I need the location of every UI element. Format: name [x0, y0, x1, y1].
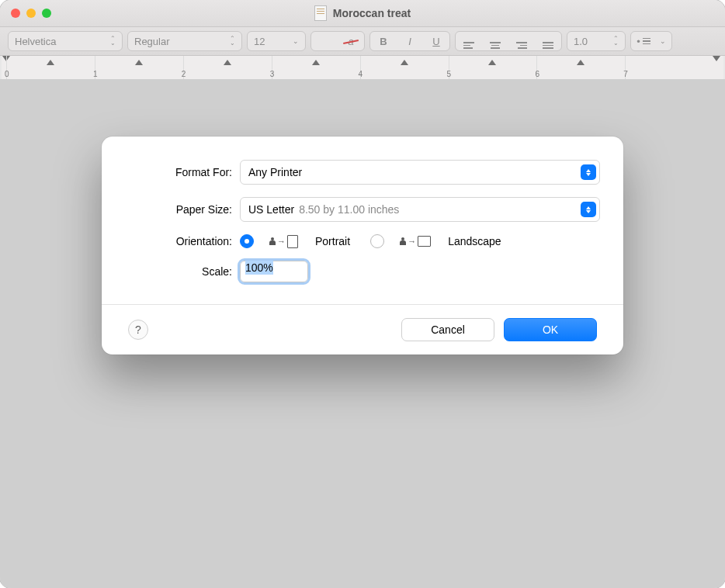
text-color-controls: a [310, 31, 365, 51]
scale-label: Scale: [125, 265, 240, 278]
font-family-popup[interactable]: Helvetica [8, 31, 123, 51]
ruler[interactable]: 01234567 [2, 56, 723, 81]
align-left-icon [463, 42, 474, 49]
align-justify-icon [543, 42, 553, 49]
alignment-controls [455, 31, 562, 51]
dialog-footer: ? Cancel OK [125, 305, 600, 355]
ok-button[interactable]: OK [504, 318, 597, 341]
line-spacing-popup[interactable]: 1.0 [567, 31, 626, 51]
font-family-value: Helvetica [15, 36, 56, 47]
orientation-label: Orientation: [125, 235, 240, 247]
cancel-button[interactable]: Cancel [401, 318, 494, 341]
page-setup-dialog: Format For: Any Printer Paper Size: US L… [102, 137, 623, 355]
paper-size-popup[interactable]: US Letter 8.50 by 11.00 inches [240, 197, 600, 222]
chevron-down-icon: ⌄ [293, 37, 299, 45]
ruler-label: 0 [5, 70, 9, 78]
align-center-button[interactable] [485, 34, 505, 49]
ruler-label: 5 [447, 70, 452, 78]
align-center-icon [490, 42, 501, 49]
font-size-combo[interactable]: 12 ⌄ [247, 31, 306, 51]
ruler-label: 7 [623, 70, 628, 78]
paper-size-label: Paper Size: [125, 203, 240, 216]
align-left-button[interactable] [459, 34, 479, 49]
updown-icon [613, 36, 619, 46]
bullet-list-icon [637, 36, 650, 47]
orientation-group: → Portrait → Landscape [240, 234, 600, 248]
list-style-popup[interactable]: ⌄ [630, 31, 672, 51]
italic-button[interactable]: I [400, 36, 420, 47]
tab-stop-marker[interactable] [488, 60, 496, 65]
line-spacing-value: 1.0 [574, 36, 588, 47]
underline-button[interactable]: U [426, 36, 446, 47]
tab-stop-marker[interactable] [47, 60, 54, 65]
landscape-radio[interactable] [370, 234, 384, 248]
tab-stop-marker[interactable] [135, 60, 143, 65]
tab-stop-marker[interactable] [577, 60, 585, 65]
tab-stop-marker[interactable] [224, 60, 231, 65]
font-style-value: Regular [134, 36, 170, 47]
bold-button[interactable]: B [373, 36, 394, 47]
landscape-icon: → [400, 236, 431, 247]
window-title-text: Moroccan treat [333, 7, 411, 19]
paper-size-value: US Letter [248, 203, 294, 216]
scale-value: 100% [245, 261, 273, 275]
format-for-value: Any Printer [248, 166, 302, 178]
chevron-down-icon: ⌄ [660, 37, 666, 45]
ruler-label: 1 [93, 70, 98, 78]
updown-icon [110, 36, 116, 46]
format-for-popup[interactable]: Any Printer [240, 160, 600, 185]
portrait-label: Portrait [315, 235, 350, 247]
font-weight-controls: B I U [369, 31, 450, 51]
ruler-label: 4 [359, 70, 363, 78]
help-button[interactable]: ? [128, 320, 148, 340]
format-for-label: Format For: [125, 166, 240, 178]
paper-size-dimensions: 8.50 by 11.00 inches [299, 203, 399, 216]
portrait-radio[interactable] [240, 234, 254, 248]
font-style-popup[interactable]: Regular [127, 31, 242, 51]
tab-stop-marker[interactable] [401, 60, 408, 65]
landscape-label: Landscape [448, 235, 501, 247]
align-right-button[interactable] [512, 34, 532, 49]
updown-icon [230, 36, 235, 46]
scale-input[interactable]: 100% [240, 261, 308, 282]
updown-icon [581, 202, 596, 217]
updown-icon [581, 164, 596, 180]
portrait-icon: → [269, 235, 298, 248]
document-icon [314, 5, 327, 21]
ruler-label: 2 [182, 70, 186, 78]
format-toolbar: Helvetica Regular 12 ⌄ a B I U 1.0 [0, 27, 725, 56]
ruler-label: 6 [535, 70, 539, 78]
align-right-icon [516, 42, 527, 49]
tab-stop-marker[interactable] [312, 60, 320, 65]
align-justify-button[interactable] [538, 34, 558, 49]
ruler-label: 3 [270, 70, 275, 78]
titlebar: Moroccan treat [0, 0, 725, 27]
window-title: Moroccan treat [0, 5, 725, 21]
text-color-a-button[interactable]: a [341, 36, 361, 47]
font-size-value: 12 [254, 36, 265, 47]
